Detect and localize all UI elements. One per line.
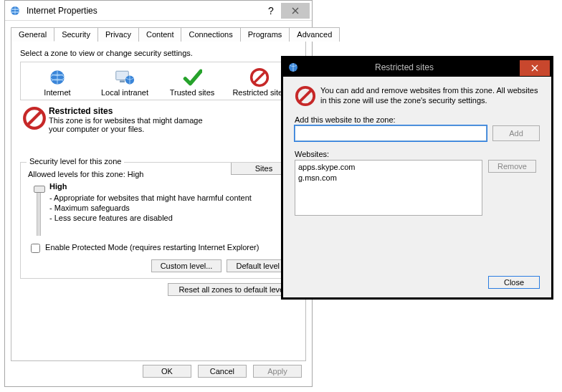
zone-label: Trusted sites xyxy=(158,88,226,97)
ie-options-icon xyxy=(287,62,299,73)
zone-label: Local intranet xyxy=(91,88,158,97)
dialog-buttons: OK Cancel Apply xyxy=(138,365,302,378)
protected-mode-input[interactable] xyxy=(31,244,40,253)
level-line: - Less secure features are disabled xyxy=(49,213,289,223)
tab-advanced[interactable]: Advanced xyxy=(289,27,340,42)
zone-name: Restricted sites xyxy=(49,106,297,116)
tab-content[interactable]: Content xyxy=(138,27,182,42)
rs-close-x-button[interactable] xyxy=(520,60,550,76)
protected-mode-label: Enable Protected Mode (requires restarti… xyxy=(45,243,259,252)
list-item[interactable]: g.msn.com xyxy=(298,173,479,183)
ip-close-button[interactable] xyxy=(281,3,310,19)
custom-level-button[interactable]: Custom level... xyxy=(151,259,222,272)
ip-title: Internet Properties xyxy=(27,6,261,16)
rs-info-text: You can add and remove websites from thi… xyxy=(320,85,540,107)
allowed-levels: Allowed levels for this zone: High xyxy=(28,170,289,178)
ip-titlebar: Internet Properties ? xyxy=(5,1,312,21)
add-website-input[interactable] xyxy=(295,125,487,141)
websites-list[interactable]: apps.skype.com g.msn.com xyxy=(295,160,482,216)
zone-label: Internet xyxy=(24,88,91,97)
restricted-sites-window: Restricted sites You can add and remove … xyxy=(281,56,553,300)
zone-local-intranet[interactable]: Local intranet xyxy=(91,67,158,97)
default-level-button[interactable]: Default level xyxy=(227,259,289,272)
zone-desc-text: This zone is for websites that might dam… xyxy=(49,116,206,133)
add-button[interactable]: Add xyxy=(492,125,540,141)
no-entry-icon xyxy=(20,106,49,133)
cancel-button[interactable]: Cancel xyxy=(198,365,247,378)
level-line: - Maximum safeguards xyxy=(49,203,289,213)
zone-prompt: Select a zone to view or change security… xyxy=(20,49,297,57)
websites-label: Websites: xyxy=(295,150,540,158)
level-line: - Appropriate for websites that might ha… xyxy=(49,193,289,203)
ie-options-icon xyxy=(9,5,21,16)
close-button[interactable]: Close xyxy=(488,276,540,289)
tab-privacy[interactable]: Privacy xyxy=(97,27,139,42)
group-title: Security level for this zone xyxy=(27,157,124,166)
internet-properties-window: Internet Properties ? General Security P… xyxy=(4,0,313,387)
add-website-label: Add this website to the zone: xyxy=(295,115,540,124)
rs-titlebar: Restricted sites xyxy=(283,58,551,77)
ip-body: General Security Privacy Content Connect… xyxy=(5,21,312,367)
protected-mode-checkbox[interactable]: Enable Protected Mode (requires restarti… xyxy=(28,243,259,252)
zone-trusted-sites[interactable]: Trusted sites xyxy=(158,67,226,97)
zone-internet[interactable]: Internet xyxy=(24,67,91,97)
ok-button[interactable]: OK xyxy=(143,365,191,378)
svg-line-13 xyxy=(300,90,312,102)
tab-general[interactable]: General xyxy=(11,27,54,42)
reset-all-zones-button[interactable]: Reset all zones to default level xyxy=(168,283,297,296)
tab-programs[interactable]: Programs xyxy=(240,27,290,42)
no-entry-icon xyxy=(295,85,320,107)
zone-description: Restricted sites This zone is for websit… xyxy=(20,106,297,133)
level-name: High xyxy=(49,181,289,191)
check-icon xyxy=(158,67,226,88)
svg-rect-5 xyxy=(120,80,125,82)
rs-body: You can add and remove websites from thi… xyxy=(283,77,551,223)
ip-tabs: General Security Privacy Content Connect… xyxy=(11,27,306,42)
tab-security[interactable]: Security xyxy=(54,27,98,42)
globe-icon xyxy=(24,67,91,88)
apply-button[interactable]: Apply xyxy=(253,365,302,378)
rs-info: You can add and remove websites from thi… xyxy=(295,85,540,107)
list-item[interactable]: apps.skype.com xyxy=(298,162,479,173)
monitor-globe-icon xyxy=(91,67,158,88)
tab-connections[interactable]: Connections xyxy=(181,27,240,42)
zone-selector: Internet Local intranet Trusted sites xyxy=(20,62,297,100)
remove-button[interactable]: Remove xyxy=(488,160,536,173)
rs-title: Restricted sites xyxy=(303,62,520,72)
security-level-slider[interactable] xyxy=(28,181,49,236)
svg-line-8 xyxy=(254,72,265,83)
level-description: High - Appropriate for websites that mig… xyxy=(49,181,289,236)
security-level-group: Security level for this zone Allowed lev… xyxy=(20,162,297,279)
svg-line-10 xyxy=(27,111,41,125)
help-button[interactable]: ? xyxy=(261,5,281,16)
tab-content-security: Select a zone to view or change security… xyxy=(11,42,306,361)
